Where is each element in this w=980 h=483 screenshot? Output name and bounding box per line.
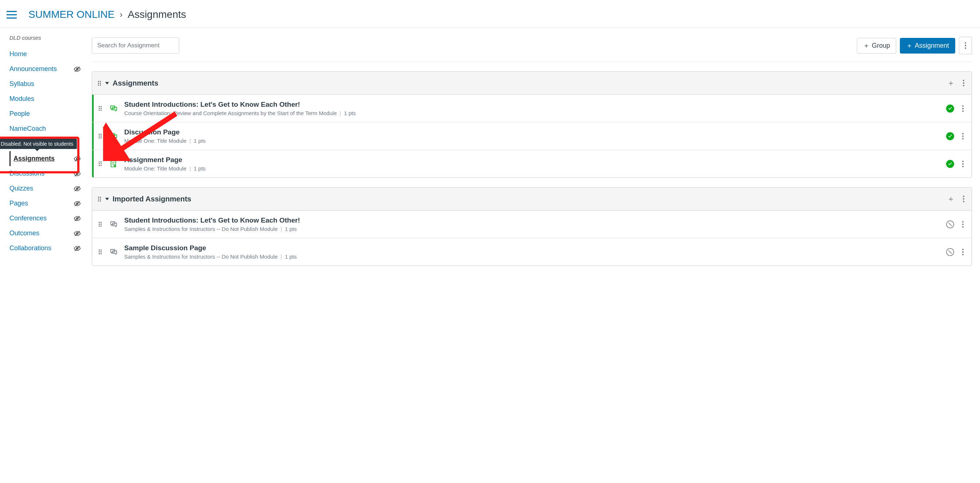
discussion-icon xyxy=(110,105,118,113)
row-more-options-button[interactable] xyxy=(961,132,965,141)
breadcrumb-current: Assignments xyxy=(127,9,186,21)
row-more-options-button[interactable] xyxy=(961,247,965,257)
published-status-icon[interactable] xyxy=(946,105,954,113)
assignment-group: Imported Assignments＋Student Introductio… xyxy=(92,187,972,266)
assignment-row-body: Sample Discussion PageSamples & Instruct… xyxy=(124,244,940,260)
search-wrapper xyxy=(92,38,179,54)
assignment-row[interactable]: Discussion PageModule One: Title Module|… xyxy=(92,122,972,150)
collapse-caret-icon[interactable] xyxy=(105,82,109,84)
add-in-group-icon[interactable]: ＋ xyxy=(947,79,955,87)
breadcrumb-separator: › xyxy=(119,10,123,20)
unpublished-status-icon[interactable] xyxy=(946,220,954,229)
assignment-icon xyxy=(110,160,118,168)
drag-handle-icon[interactable] xyxy=(98,81,102,86)
plus-icon: ＋ xyxy=(906,42,913,49)
assignment-subtext: Samples & Instructions for Instructors -… xyxy=(124,226,940,232)
eye-off-icon xyxy=(73,65,81,73)
group-more-options-button[interactable] xyxy=(961,78,966,88)
assignment-group-header[interactable]: Imported Assignments＋ xyxy=(92,187,972,211)
sidebar-item-link[interactable]: Home xyxy=(10,50,27,58)
sidebar-item-link[interactable]: Assignments xyxy=(13,155,55,162)
sidebar-item-link[interactable]: Pages xyxy=(10,200,28,207)
sidebar-item-people[interactable]: People xyxy=(10,106,84,121)
assignment-row[interactable]: Assignment PageModule One: Title Module|… xyxy=(92,150,972,177)
sidebar-item-link[interactable]: Outcomes xyxy=(10,229,39,237)
sidebar-section-label: DLD courses xyxy=(10,35,84,41)
sidebar-item-namecoach[interactable]: NameCoach xyxy=(10,121,84,136)
sidebar-item-link[interactable]: Announcements xyxy=(10,65,57,73)
assignment-title-link[interactable]: Discussion Page xyxy=(124,128,940,136)
sidebar-item-collaborations[interactable]: Collaborations xyxy=(10,241,84,256)
sidebar-item-modules[interactable]: Modules xyxy=(10,91,84,106)
breadcrumb-course-link[interactable]: SUMMER ONLINE xyxy=(29,9,115,21)
drag-handle-icon[interactable] xyxy=(99,161,102,166)
sidebar-item-quizzes[interactable]: Quizzes xyxy=(10,181,84,196)
drag-handle-icon[interactable] xyxy=(99,106,102,111)
drag-handle-icon[interactable] xyxy=(99,134,102,138)
sidebar-item-outcomes[interactable]: Outcomes xyxy=(10,226,84,241)
published-status-icon[interactable] xyxy=(946,132,954,140)
add-group-button[interactable]: ＋ Group xyxy=(857,38,896,54)
assignment-row[interactable]: Sample Discussion PageSamples & Instruct… xyxy=(92,238,972,265)
assignment-title-link[interactable]: Student Introductions: Let's Get to Know… xyxy=(124,100,940,108)
add-assignment-button[interactable]: ＋ Assignment xyxy=(900,38,955,54)
row-more-options-button[interactable] xyxy=(961,159,965,168)
assignments-toolbar: ＋ Group ＋ Assignment xyxy=(92,37,972,62)
search-input[interactable] xyxy=(92,38,179,54)
assignment-row-body: Student Introductions: Let's Get to Know… xyxy=(124,216,940,232)
eye-off-icon xyxy=(73,170,81,177)
sidebar-item-announcements[interactable]: Announcements xyxy=(10,62,84,76)
collapse-caret-icon[interactable] xyxy=(105,198,109,200)
eye-off-icon xyxy=(73,185,81,192)
course-sidebar: DLD courses HomeAnnouncementsSyllabusMod… xyxy=(0,28,84,275)
assignment-title-link[interactable]: Sample Discussion Page xyxy=(124,244,940,252)
add-in-group-icon[interactable]: ＋ xyxy=(947,195,955,203)
assignment-title-link[interactable]: Assignment Page xyxy=(124,156,940,164)
assignment-group: Assignments＋Student Introductions: Let's… xyxy=(92,71,972,178)
drag-handle-icon[interactable] xyxy=(98,197,102,202)
assignment-row-body: Assignment PageModule One: Title Module|… xyxy=(124,156,940,172)
sidebar-item-link[interactable]: People xyxy=(10,110,30,118)
assignment-subtext: Module One: Title Module|1 pts xyxy=(124,138,940,144)
discussion-icon xyxy=(110,220,118,229)
assignment-title-link[interactable]: Student Introductions: Let's Get to Know… xyxy=(124,216,940,224)
group-more-options-button[interactable] xyxy=(961,194,966,203)
assignment-row-actions xyxy=(946,220,965,229)
assignment-row-actions xyxy=(946,104,965,113)
group-title: Imported Assignments xyxy=(113,195,943,203)
sidebar-item-link[interactable]: Syllabus xyxy=(10,80,34,88)
toolbar-more-options-button[interactable] xyxy=(959,37,972,54)
plus-icon: ＋ xyxy=(863,42,870,49)
row-more-options-button[interactable] xyxy=(961,104,965,113)
drag-handle-icon[interactable] xyxy=(99,222,102,227)
sidebar-item-syllabus[interactable]: Syllabus xyxy=(10,76,84,91)
eye-off-icon xyxy=(73,245,81,252)
group-title: Assignments xyxy=(113,79,943,87)
sidebar-item-pages[interactable]: Pages xyxy=(10,196,84,211)
sidebar-item-link[interactable]: Conferences xyxy=(10,214,47,222)
sidebar-item-discussions[interactable]: Discussions xyxy=(10,166,84,181)
sidebar-item-link[interactable]: Discussions xyxy=(10,170,45,177)
hamburger-menu-icon[interactable] xyxy=(6,11,21,19)
add-assignment-label: Assignment xyxy=(915,42,949,49)
sidebar-item-home[interactable]: Home xyxy=(10,47,84,62)
drag-handle-icon[interactable] xyxy=(99,249,102,254)
sidebar-item-link[interactable]: Quizzes xyxy=(10,185,33,192)
add-group-label: Group xyxy=(872,42,890,49)
assignment-subtext: Samples & Instructions for Instructors -… xyxy=(124,254,940,260)
sidebar-item-link[interactable]: Modules xyxy=(10,95,34,103)
eye-off-icon xyxy=(73,155,81,162)
assignment-group-header[interactable]: Assignments＋ xyxy=(92,72,972,95)
sidebar-item-link[interactable]: NameCoach xyxy=(10,125,46,133)
assignment-row[interactable]: Student Introductions: Let's Get to Know… xyxy=(92,211,972,238)
sidebar-item-link[interactable]: Collaborations xyxy=(10,245,51,252)
assignment-row-actions xyxy=(946,132,965,141)
sidebar-item-conferences[interactable]: Conferences xyxy=(10,211,84,226)
row-more-options-button[interactable] xyxy=(961,220,965,229)
eye-off-icon xyxy=(73,230,81,237)
assignment-row-actions xyxy=(946,247,965,257)
unpublished-status-icon[interactable] xyxy=(946,248,954,256)
published-status-icon[interactable] xyxy=(946,160,954,168)
assignment-row[interactable]: Student Introductions: Let's Get to Know… xyxy=(92,95,972,122)
sidebar-item-assignments[interactable]: Assignments xyxy=(10,151,84,166)
